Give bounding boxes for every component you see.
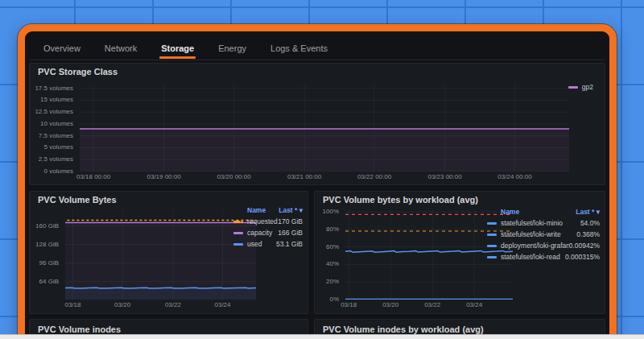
series-color-swatch [487,222,497,225]
legend-header-last[interactable]: Last * ▾ [576,208,600,216]
y-tick-label: 15 volumes [40,97,73,103]
panel-title: PVC Volume bytes by workload (avg) [323,195,478,205]
series-color-swatch [233,243,243,246]
y-tick-label: 20% [326,279,339,285]
x-tick-label: 03/24 00:00 [497,174,531,180]
legend-volume-bytes-workload: NameLast * ▾statefulset/loki-minio54.0%s… [487,206,600,263]
panel-pvc-storage-class: PVC Storage Class 17.5 volumes15 volumes… [29,63,605,185]
x-tick-label: 03/22 [165,302,181,308]
y-tick-label: 12.5 volumes [35,109,73,115]
y-tick-label: 2.5 volumes [39,156,73,163]
series-color-swatch [233,221,243,223]
panel-pvc-volume-bytes-workload: PVC Volume bytes by workload (avg) 100%8… [314,191,605,314]
chart-pvc-volume-bytes: 160 GiB128 GiB96 GiB64 GiB 03/1803/2003/… [36,209,256,309]
legend-header-last[interactable]: Last * ▾ [279,206,303,214]
legend-series-name: gp2 [582,83,593,91]
legend-series-value: 166 GiB [278,229,303,237]
legend-series-value: 54.0% [580,219,600,227]
dashboard-window: OverviewNetworkStorageEnergyLogs & Event… [18,24,617,339]
x-tick-label: 03/18 [341,302,357,308]
legend-header: NameLast * ▾ [233,205,303,216]
y-tick-label: 10 volumes [40,121,73,127]
series-gp2-fill [80,129,569,172]
legend-series-value: 0.00942% [569,242,600,250]
y-tick-label: 5 volumes [44,144,73,151]
legend-item-statefulset-loki-read[interactable]: statefulset/loki-read0.000315% [487,251,600,263]
series-used-line [65,287,256,288]
panel-title: PVC Volume Bytes [38,195,117,205]
x-tick-label: 03/24 [215,302,231,308]
chart-pvc-volume-bytes-workload: 100%80%60%40%20%0% 03/1803/2003/2203/24 [321,209,513,309]
y-tick-label: 96 GiB [39,260,59,267]
y-axis: 100%80%60%40%20%0% [321,209,342,300]
y-tick-label: 60% [326,244,339,250]
x-tick-label: 03/21 00:00 [287,174,321,180]
legend-volume-bytes: NameLast * ▾requested170 GiBcapacity166 … [233,205,303,250]
plot-area[interactable] [80,85,569,172]
x-tick-label: 03/24 [466,302,482,308]
x-axis: 03/1803/2003/2203/24 [65,300,256,309]
tab-logs-events[interactable]: Logs & Events [269,39,329,59]
bottom-edge-strip [0,334,644,339]
series-color-swatch [233,232,243,234]
y-tick-label: 0 volumes [44,168,73,175]
x-tick-label: 03/20 [382,302,398,308]
y-tick-label: 17.5 volumes [35,85,73,92]
legend-item-requested[interactable]: requested170 GiB [233,216,303,227]
panel-title: PVC Storage Class [38,67,118,76]
series-used-fill [65,287,256,300]
tab-overview[interactable]: Overview [42,39,82,59]
x-tick-label: 03/19 00:00 [147,174,180,180]
legend-series-name: deployment/loki-grafana [501,242,569,250]
legend-series-name: statefulset/loki-minio [501,219,580,227]
series-color-swatch [487,234,497,236]
y-tick-label: 80% [326,226,339,233]
legend-series-value: 0.000315% [565,253,600,261]
legend-header-name[interactable]: Name [247,206,279,214]
legend-item-statefulset-loki-minio[interactable]: statefulset/loki-minio54.0% [487,217,600,229]
y-tick-label: 128 GiB [35,242,59,248]
legend-series-value: 170 GiB [278,217,303,225]
legend-item-capacity[interactable]: capacity166 GiB [233,227,303,238]
series-color-swatch [487,245,497,247]
y-tick-label: 100% [323,209,339,215]
y-tick-label: 7.5 volumes [39,133,73,139]
chart-pvc-storage-class: 17.5 volumes15 volumes12.5 volumes10 vol… [36,85,569,181]
legend-series-name: statefulset/loki-read [501,253,565,261]
tab-storage[interactable]: Storage [159,39,196,59]
x-tick-label: 03/22 00:00 [357,174,391,180]
tab-energy[interactable]: Energy [217,39,248,59]
legend-series-value: 0.368% [576,230,600,238]
series-color-swatch [568,86,578,89]
panel-title: PVC Volume inodes [38,325,121,334]
legend-series-name: used [247,240,276,248]
y-axis: 17.5 volumes15 volumes12.5 volumes10 vol… [36,85,76,172]
x-tick-label: 03/18 00:00 [76,174,110,180]
x-tick-label: 03/18 [64,302,80,308]
dashboard-content: OverviewNetworkStorageEnergyLogs & Event… [25,31,609,339]
series-color-swatch [487,256,497,258]
y-tick-label: 160 GiB [35,223,59,229]
x-tick-label: 03/23 00:00 [427,174,461,180]
x-axis: 03/18 00:0003/19 00:0003/20 00:0003/21 0… [80,172,569,181]
tab-network[interactable]: Network [103,39,138,59]
tab-bar-divider [29,60,605,60]
legend-gp2[interactable]: gp2 [568,83,593,91]
legend-header: NameLast * ▾ [487,206,600,217]
legend-item-deployment-loki-grafana[interactable]: deployment/loki-grafana0.00942% [487,240,600,251]
y-tick-label: 64 GiB [39,279,59,285]
x-tick-label: 03/22 [424,302,440,308]
y-tick-label: 0% [329,296,339,303]
y-axis: 160 GiB128 GiB96 GiB64 GiB [36,209,62,300]
plot-area[interactable] [65,209,256,300]
y-tick-label: 40% [326,261,339,267]
panel-title: PVC Volume inodes by workload (avg) [323,325,484,334]
x-tick-label: 03/20 00:00 [217,174,250,180]
x-tick-label: 03/20 [114,302,130,308]
desktop: { "window": { "tabs": [ {"label": "Overv… [0,0,644,339]
legend-series-name: capacity [247,229,278,237]
legend-item-used[interactable]: used53.1 GiB [233,238,303,250]
legend-item-statefulset-loki-write[interactable]: statefulset/loki-write0.368% [487,229,600,240]
legend-series-value: 53.1 GiB [276,240,303,248]
legend-header-name[interactable]: Name [501,208,576,216]
